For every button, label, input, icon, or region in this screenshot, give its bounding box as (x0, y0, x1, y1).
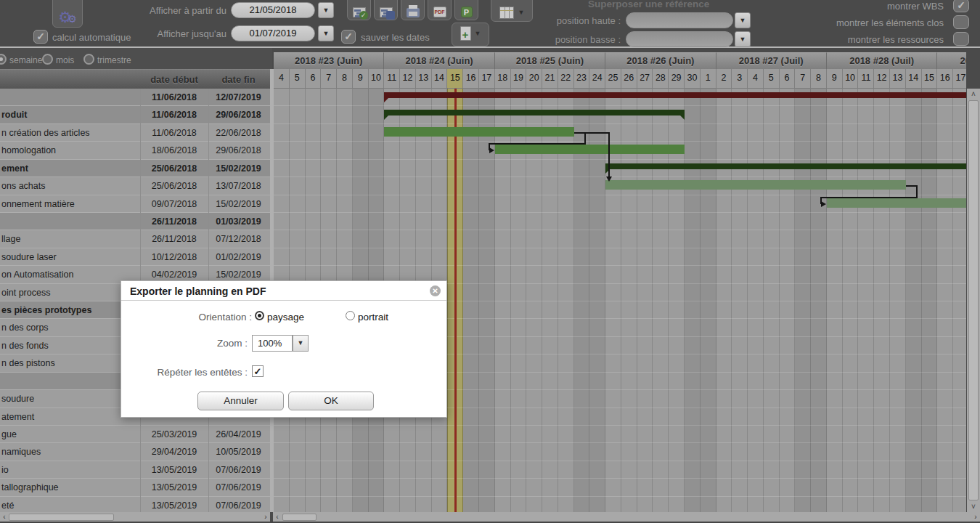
day-cell: 10 (843, 69, 859, 89)
timescale-selector: semainemoistrimestre (0, 48, 272, 69)
task-row[interactable]: namiques29/04/201910/05/2019 (0, 443, 270, 461)
scroll-down-icon[interactable]: ˅ (967, 503, 980, 511)
row-gridline (274, 212, 966, 213)
today-line (454, 89, 456, 512)
orientation-radio-portrait[interactable] (346, 311, 355, 320)
gantt-bar[interactable] (827, 198, 966, 208)
row-gridline (274, 141, 966, 142)
gantt-horizontal-scrollbar-thumb[interactable] (282, 514, 317, 521)
table-horizontal-scrollbar[interactable]: ‹ › (0, 512, 270, 522)
day-cell: 12 (874, 69, 890, 89)
gantt-day-header: 4567891011121314151617181920212223242526… (274, 69, 966, 89)
row-gridline (274, 425, 966, 426)
show-toggle-checkbox[interactable] (953, 15, 969, 29)
task-row[interactable]: homologation18/06/201829/06/2018 (0, 142, 270, 159)
task-row[interactable]: onnement matière09/07/201815/02/2019 (0, 195, 270, 213)
task-row[interactable]: gue25/03/201926/04/2019 (0, 426, 270, 443)
table-horizontal-scrollbar-thumb[interactable] (9, 514, 114, 521)
scroll-left-icon[interactable]: ‹ (1, 513, 8, 521)
day-cell: 6 (306, 69, 322, 89)
zoom-dropdown-icon[interactable]: ▼ (293, 335, 309, 352)
task-row[interactable]: n création des articles11/06/201822/06/2… (0, 124, 270, 142)
timescale-label: trimestre (97, 55, 131, 65)
scroll-right-icon[interactable]: › (972, 513, 979, 521)
day-cell: 24 (589, 69, 605, 89)
row-gridline (274, 461, 966, 461)
link-segment (574, 132, 611, 134)
show-toggles-group: montrer WBS✓montrer les éléments closmon… (0, 0, 980, 46)
dialog-title: Exporter le planning en PDF (130, 285, 266, 297)
repeat-headers-label: Répéter les entêtes : (136, 367, 248, 378)
task-row[interactable]: ons achats25/06/201813/07/2018 (0, 177, 270, 195)
zoom-select[interactable]: 100% (252, 335, 293, 352)
day-cell: 4 (274, 69, 290, 89)
task-row[interactable]: llage26/11/201807/12/2018 (0, 230, 270, 248)
day-cell: 26 (621, 69, 637, 89)
day-cell: 8 (337, 69, 353, 89)
repeat-headers-checkbox[interactable]: ✓ (252, 365, 264, 377)
gantt-horizontal-scrollbar[interactable]: ‹ › (273, 512, 980, 522)
day-cell: 21 (542, 69, 558, 89)
column-header-start[interactable]: date début (140, 74, 208, 85)
orientation-radio-paysage[interactable] (255, 311, 264, 320)
show-toggle-checkbox[interactable]: ✓ (953, 0, 969, 12)
row-gridline (274, 248, 966, 248)
scroll-up-icon[interactable]: ˄ (967, 90, 980, 98)
show-toggle-checkbox[interactable] (953, 32, 969, 46)
day-cell: 5 (764, 69, 780, 89)
day-cell: 7 (321, 69, 337, 89)
show-toggle-label: montrer les éléments clos (755, 17, 944, 28)
row-gridline (274, 265, 966, 266)
day-cell: 23 (574, 69, 590, 89)
day-cell: 11 (858, 69, 874, 89)
vertical-scrollbar[interactable]: ˄ ˅ (967, 89, 980, 512)
gantt-bar[interactable] (384, 92, 966, 98)
ok-button[interactable]: OK (288, 392, 374, 410)
task-row[interactable]: 26/11/201801/03/2019 (0, 213, 270, 230)
day-cell: 1 (701, 69, 716, 89)
task-row[interactable]: soudure laser10/12/201801/02/2019 (0, 248, 270, 266)
timescale-radio-semaine[interactable] (0, 54, 7, 65)
main-toolbar: ⚙⚙ ✓ calcul automatique Afficher à parti… (0, 0, 980, 46)
column-header-end[interactable]: date fin (208, 74, 269, 85)
link-segment (584, 132, 586, 143)
task-row[interactable]: eté13/05/201907/06/2019 (0, 497, 270, 512)
task-row[interactable]: roduit11/06/201829/06/2018 (0, 106, 270, 123)
day-cell: 13 (416, 69, 432, 89)
task-row[interactable]: tallographique13/05/201907/06/2019 (0, 479, 270, 496)
week-cell: 2018 #28 (Juil) (827, 52, 937, 69)
timescale-radio-mois[interactable] (42, 54, 53, 65)
week-cell: 2018 #25 (Juin) (495, 52, 605, 69)
timescale-radio-trimestre[interactable] (83, 54, 94, 65)
scroll-left-icon[interactable]: ‹ (274, 513, 281, 521)
day-cell: 4 (748, 69, 764, 89)
link-arrow (821, 201, 826, 207)
gantt-bar[interactable] (384, 127, 573, 137)
timescale-label: mois (56, 55, 74, 65)
link-arrow (489, 147, 494, 153)
week-cell: 2018 #29 (Juil) (937, 52, 966, 69)
task-row[interactable]: io13/05/201907/06/2019 (0, 461, 270, 479)
row-gridline (274, 105, 966, 106)
gantt-bar[interactable] (605, 180, 906, 190)
scroll-right-icon[interactable]: › (262, 513, 269, 521)
task-row[interactable]: ement25/06/201815/02/2019 (0, 160, 270, 177)
close-icon[interactable]: ✕ (430, 285, 441, 296)
link-segment (820, 197, 918, 198)
link-segment (489, 143, 586, 145)
show-toggle-label: montrer les ressources (755, 34, 944, 45)
row-gridline (274, 159, 966, 160)
day-cell: 14 (432, 69, 448, 89)
zoom-label: Zoom : (150, 338, 248, 349)
week-cell: 2018 #24 (Juin) (384, 52, 494, 69)
gantt-bar[interactable] (384, 110, 685, 115)
day-cell: 28 (653, 69, 669, 89)
gantt-bar[interactable] (495, 145, 685, 154)
gantt-bar[interactable] (605, 163, 966, 169)
toolbar-separator (0, 46, 980, 48)
cancel-button[interactable]: Annuler (197, 392, 284, 410)
task-row[interactable]: 11/06/201812/07/2019 (0, 89, 270, 106)
row-gridline (274, 195, 966, 195)
vertical-scrollbar-thumb[interactable] (968, 100, 979, 500)
day-cell: 29 (669, 69, 685, 89)
